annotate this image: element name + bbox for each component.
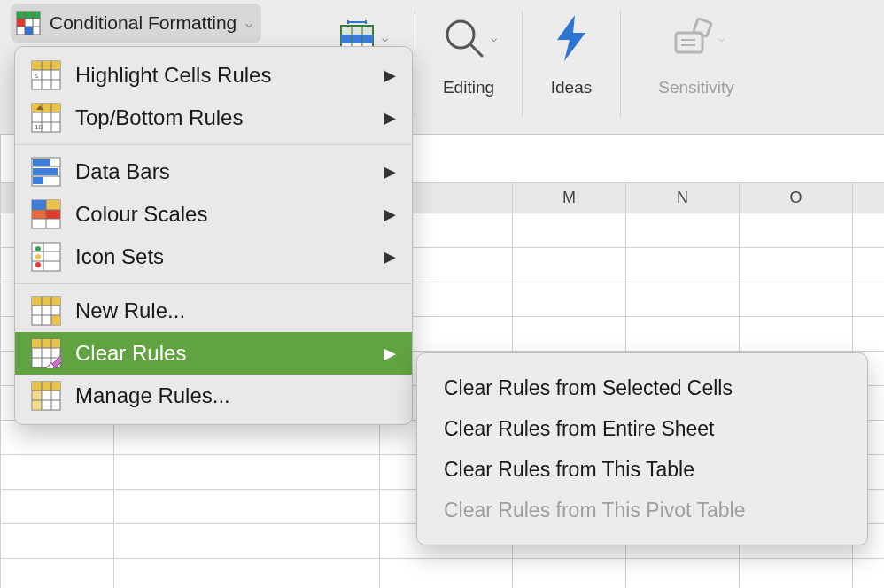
manage-rules-icon	[31, 381, 61, 411]
menu-item-label: Clear Rules	[75, 341, 369, 366]
svg-text:≤: ≤	[35, 72, 39, 80]
svg-rect-24	[32, 61, 60, 70]
sensitivity-label: Sensitivity	[658, 78, 734, 97]
submenu-item-label: Clear Rules from Entire Sheet	[444, 417, 715, 441]
lightning-icon	[552, 13, 591, 63]
svg-rect-49	[46, 210, 60, 219]
svg-point-56	[35, 262, 41, 267]
svg-rect-10	[341, 35, 373, 43]
svg-rect-47	[46, 200, 60, 210]
data-bars-icon	[31, 157, 61, 187]
svg-rect-76	[32, 382, 60, 391]
svg-marker-18	[557, 15, 585, 61]
chevron-down-icon: ⌵	[718, 32, 725, 44]
table-row[interactable]	[1, 558, 885, 588]
menu-item-label: New Rule...	[75, 298, 396, 323]
menu-icon-sets[interactable]: Icon Sets ▶	[15, 236, 412, 278]
conditional-formatting-menu: ≤ Highlight Cells Rules ▶ 10 Top/Botto	[14, 46, 413, 425]
svg-rect-61	[32, 297, 60, 306]
svg-rect-68	[32, 339, 60, 348]
chevron-down-icon: ⌵	[245, 16, 252, 30]
submenu-arrow-icon: ▶	[384, 66, 396, 85]
submenu-clear-this-table[interactable]: Clear Rules from This Table	[417, 449, 867, 490]
menu-highlight-cells-rules[interactable]: ≤ Highlight Cells Rules ▶	[15, 54, 412, 97]
column-header[interactable]: M	[513, 182, 626, 213]
column-header[interactable]: N	[626, 182, 740, 213]
highlight-cells-icon: ≤	[31, 60, 61, 90]
menu-separator	[15, 144, 412, 145]
svg-rect-19	[676, 33, 702, 52]
submenu-item-label: Clear Rules from Selected Cells	[444, 376, 733, 400]
chevron-down-icon: ⌵	[382, 32, 388, 44]
submenu-clear-entire-sheet[interactable]: Clear Rules from Entire Sheet	[417, 408, 867, 449]
svg-point-54	[35, 246, 41, 251]
svg-rect-40	[33, 159, 50, 166]
menu-item-label: Icon Sets	[75, 244, 369, 269]
submenu-clear-this-pivot-table: Clear Rules from This Pivot Table	[417, 490, 867, 530]
top-bottom-icon: 10	[31, 103, 61, 133]
menu-item-label: Highlight Cells Rules	[75, 63, 369, 88]
submenu-arrow-icon: ▶	[384, 162, 396, 182]
chevron-down-icon: ⌵	[491, 32, 497, 44]
conditional-formatting-label: Conditional Formatting	[50, 12, 237, 34]
menu-item-label: Colour Scales	[75, 202, 369, 227]
submenu-arrow-icon: ▶	[384, 205, 396, 224]
column-header[interactable]: P	[853, 182, 885, 213]
svg-rect-41	[33, 168, 58, 175]
search-icon	[441, 15, 487, 61]
submenu-arrow-icon: ▶	[384, 108, 396, 128]
conditional-formatting-icon	[16, 11, 41, 35]
menu-separator	[15, 283, 412, 284]
svg-rect-62	[51, 315, 60, 325]
svg-rect-46	[32, 200, 46, 210]
submenu-arrow-icon: ▶	[384, 247, 396, 267]
svg-rect-2	[17, 19, 25, 27]
menu-top-bottom-rules[interactable]: 10 Top/Bottom Rules ▶	[15, 97, 412, 139]
new-rule-icon	[31, 296, 61, 326]
svg-rect-42	[33, 177, 43, 184]
svg-rect-3	[25, 27, 33, 35]
menu-clear-rules[interactable]: Clear Rules ▶	[15, 332, 412, 375]
svg-rect-1	[17, 12, 40, 19]
svg-point-55	[35, 254, 41, 259]
svg-rect-32	[32, 104, 60, 112]
menu-item-label: Data Bars	[75, 159, 369, 184]
clear-rules-icon	[31, 338, 61, 368]
icon-sets-icon	[31, 242, 61, 272]
ribbon-group-editing[interactable]: ⌵ Editing	[415, 0, 522, 97]
submenu-arrow-icon: ▶	[384, 344, 396, 363]
submenu-item-label: Clear Rules from This Pivot Table	[444, 499, 745, 522]
menu-colour-scales[interactable]: Colour Scales ▶	[15, 193, 412, 236]
editing-label: Editing	[443, 78, 494, 97]
colour-scales-icon	[31, 199, 61, 229]
ideas-label: Ideas	[551, 78, 592, 97]
sensitivity-icon	[669, 15, 715, 61]
svg-line-17	[470, 44, 482, 56]
svg-rect-20	[693, 19, 711, 37]
menu-manage-rules[interactable]: Manage Rules...	[15, 375, 412, 417]
svg-rect-48	[32, 210, 46, 219]
column-header[interactable]: O	[740, 182, 853, 213]
conditional-formatting-button[interactable]: Conditional Formatting ⌵	[11, 4, 261, 43]
menu-item-label: Manage Rules...	[75, 383, 396, 408]
submenu-clear-selected-cells[interactable]: Clear Rules from Selected Cells	[417, 368, 867, 408]
submenu-item-label: Clear Rules from This Table	[444, 458, 694, 482]
svg-rect-9	[341, 26, 373, 35]
ribbon-group-ideas[interactable]: Ideas	[523, 0, 620, 97]
menu-new-rule[interactable]: New Rule...	[15, 290, 412, 332]
clear-rules-submenu: Clear Rules from Selected Cells Clear Ru…	[416, 352, 868, 545]
menu-data-bars[interactable]: Data Bars ▶	[15, 151, 412, 193]
ribbon-group-sensitivity: ⌵ Sensitivity	[621, 0, 772, 97]
menu-item-label: Top/Bottom Rules	[75, 105, 369, 130]
